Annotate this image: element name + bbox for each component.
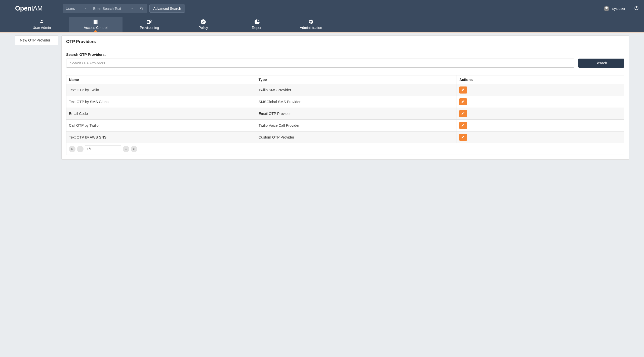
pencil-icon bbox=[461, 100, 465, 104]
nav-label: Administration bbox=[300, 26, 322, 30]
next-page-icon bbox=[125, 148, 128, 151]
svg-rect-1 bbox=[94, 20, 97, 24]
pager-last-button[interactable] bbox=[131, 146, 137, 152]
cell-type: Twilio Voice Call Provider bbox=[256, 120, 457, 131]
provisioning-icon bbox=[146, 19, 152, 25]
cell-type: Custom OTP Provider bbox=[256, 131, 457, 143]
cell-actions bbox=[457, 131, 624, 143]
otp-provider-search-button[interactable]: Search bbox=[578, 59, 624, 68]
policy-icon bbox=[200, 19, 206, 25]
user-area: sys user bbox=[604, 6, 639, 11]
chevron-down-icon bbox=[131, 8, 133, 9]
main-header: OTP Providers bbox=[62, 36, 629, 48]
cell-actions bbox=[457, 84, 624, 96]
svg-rect-2 bbox=[97, 20, 98, 24]
advanced-search-button[interactable]: Advanced Search bbox=[149, 5, 185, 13]
table-row: Text OTP by AWS SNSCustom OTP Provider bbox=[66, 131, 624, 143]
pager-prev-button[interactable] bbox=[77, 146, 84, 152]
pager-row bbox=[66, 143, 624, 155]
edit-button[interactable] bbox=[459, 122, 467, 129]
col-header-name: Name bbox=[66, 75, 256, 84]
pencil-icon bbox=[461, 123, 465, 128]
first-page-icon bbox=[71, 148, 74, 151]
cell-actions bbox=[457, 96, 624, 108]
pencil-icon bbox=[461, 88, 465, 92]
nav-policy[interactable]: Policy bbox=[176, 17, 230, 32]
nav-label: Policy bbox=[198, 26, 208, 30]
cell-type: Twilio SMS Provider bbox=[256, 84, 457, 96]
report-icon bbox=[254, 19, 260, 25]
main-body: Search OTP Providers: Search Name Type A… bbox=[62, 48, 629, 159]
nav-access-control[interactable]: Access Control bbox=[69, 17, 123, 32]
edit-button[interactable] bbox=[459, 86, 467, 94]
logout-button[interactable] bbox=[634, 6, 639, 11]
cell-name: Text OTP by AWS SNS bbox=[66, 131, 256, 143]
cell-type: Email OTP Provider bbox=[256, 108, 457, 120]
svg-point-0 bbox=[41, 20, 43, 21]
brand-open: Open bbox=[15, 5, 31, 12]
edit-button[interactable] bbox=[459, 110, 467, 117]
table-header-row: Name Type Actions bbox=[66, 75, 624, 84]
pager-input[interactable] bbox=[85, 146, 121, 152]
nav-administration[interactable]: Administration bbox=[284, 17, 338, 32]
avatar-icon bbox=[604, 6, 609, 11]
user-name[interactable]: sys user bbox=[612, 7, 625, 11]
table-row: Text OTP by SMS GlobalSMSGlobal SMS Prov… bbox=[66, 96, 624, 108]
cell-name: Email Code bbox=[66, 108, 256, 120]
cell-actions bbox=[457, 120, 624, 131]
nav-user-admin[interactable]: User Admin bbox=[15, 17, 69, 32]
otp-provider-search-input[interactable] bbox=[66, 59, 574, 68]
cell-name: Text OTP by Twilio bbox=[66, 84, 256, 96]
power-icon bbox=[634, 6, 639, 11]
cell-type: SMSGlobal SMS Provider bbox=[256, 96, 457, 108]
nav-provisioning[interactable]: Provisioning bbox=[123, 17, 176, 32]
last-page-icon bbox=[133, 148, 136, 151]
nav-label: User Admin bbox=[33, 26, 51, 30]
nav-report[interactable]: Report bbox=[230, 17, 284, 32]
table-row: Email CodeEmail OTP Provider bbox=[66, 108, 624, 120]
search-row: Search bbox=[66, 59, 624, 68]
edit-button[interactable] bbox=[459, 134, 467, 141]
access-control-icon bbox=[93, 19, 99, 25]
col-header-type: Type bbox=[256, 75, 457, 84]
prev-page-icon bbox=[79, 148, 82, 151]
search-type-dropdown[interactable]: Users bbox=[63, 4, 90, 13]
brand-logo: OpenIAM bbox=[15, 5, 43, 12]
content-area: New OTP Provider OTP Providers Search OT… bbox=[0, 32, 644, 165]
edit-button[interactable] bbox=[459, 98, 467, 105]
col-header-actions: Actions bbox=[457, 75, 624, 84]
sidebar-item-new-otp-provider[interactable]: New OTP Provider bbox=[15, 35, 58, 45]
sidebar: New OTP Provider bbox=[0, 32, 58, 165]
chevron-down-icon bbox=[85, 8, 87, 9]
pencil-icon bbox=[461, 135, 465, 140]
search-type-label: Users bbox=[66, 7, 75, 11]
nav-label: Report bbox=[252, 26, 262, 30]
search-label: Search OTP Providers: bbox=[66, 53, 624, 57]
main-panel: OTP Providers Search OTP Providers: Sear… bbox=[61, 35, 629, 160]
top-bar: OpenIAM Users Enter Search Text Advanced… bbox=[0, 0, 644, 17]
main-nav: User Admin Access Control Provisioning P… bbox=[0, 17, 644, 32]
brand-iam: IAM bbox=[31, 5, 43, 12]
pencil-icon bbox=[461, 111, 465, 116]
table-row: Call OTP by TwilioTwilio Voice Call Prov… bbox=[66, 120, 624, 131]
administration-icon bbox=[308, 19, 314, 25]
page-title: OTP Providers bbox=[66, 39, 624, 44]
pager-next-button[interactable] bbox=[123, 146, 129, 152]
table-row: Text OTP by TwilioTwilio SMS Provider bbox=[66, 84, 624, 96]
cell-name: Text OTP by SMS Global bbox=[66, 96, 256, 108]
otp-providers-table: Name Type Actions Text OTP by TwilioTwil… bbox=[66, 75, 624, 155]
sidebar-item-label: New OTP Provider bbox=[20, 38, 50, 42]
search-text-placeholder: Enter Search Text bbox=[93, 7, 121, 11]
search-button[interactable] bbox=[136, 4, 147, 13]
search-icon bbox=[140, 7, 144, 11]
user-admin-icon bbox=[39, 19, 45, 25]
global-search: Users Enter Search Text Advanced Search bbox=[63, 4, 185, 13]
cell-actions bbox=[457, 108, 624, 120]
pager bbox=[69, 146, 137, 152]
nav-label: Provisioning bbox=[140, 26, 159, 30]
nav-label: Access Control bbox=[84, 26, 107, 30]
cell-name: Call OTP by Twilio bbox=[66, 120, 256, 131]
pager-first-button[interactable] bbox=[69, 146, 75, 152]
search-text-dropdown[interactable]: Enter Search Text bbox=[90, 4, 136, 13]
